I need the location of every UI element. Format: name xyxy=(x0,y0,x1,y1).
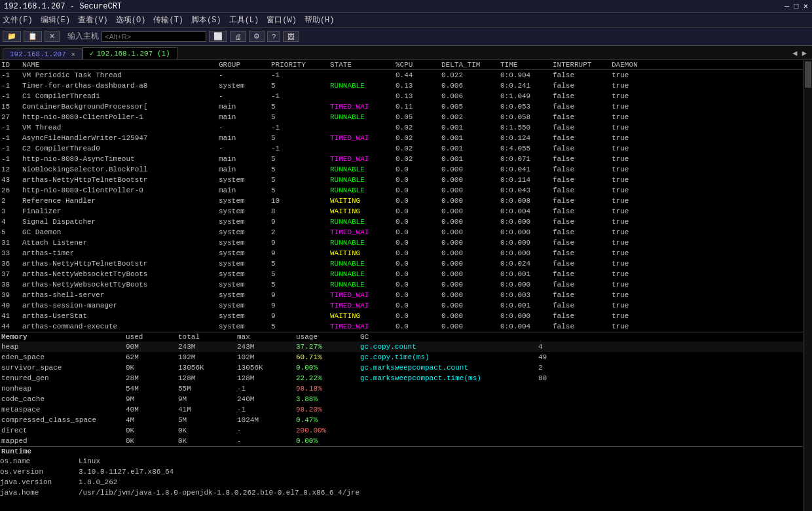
mem-usage: 22.22% xyxy=(296,373,355,383)
toolbar-btn-2[interactable]: 📋 xyxy=(24,31,42,42)
table-row: -1 AsyncFileHandlerWriter-125947 main 5 … xyxy=(0,133,803,143)
tabs-bar: 192.168.1.207 ✕ ✓ 192.168.1.207 (1) ◀ ▶ xyxy=(0,46,812,60)
thread-id: -1 xyxy=(1,122,22,133)
tab-scroll-arrows[interactable]: ◀ ▶ xyxy=(790,47,809,60)
host-input[interactable] xyxy=(101,31,206,42)
mem-used: 0K xyxy=(126,362,178,373)
thread-group: main xyxy=(219,112,271,122)
header-name: NAME xyxy=(22,61,219,69)
table-row: 12 NioBlockingSelector.BlockPoll main 5 … xyxy=(0,164,803,175)
mem-used: 28M xyxy=(126,373,178,383)
rt-val: 3.10.0-1127.el7.x86_64 xyxy=(79,467,174,477)
thread-cpu: 0.0 xyxy=(396,311,441,321)
gc-name xyxy=(355,425,538,436)
thread-name: arthas-timer xyxy=(22,248,219,258)
menu-view[interactable]: 查看(V) xyxy=(78,14,108,26)
thread-daemon: true xyxy=(612,164,651,175)
menu-scripts[interactable]: 脚本(S) xyxy=(191,14,221,26)
thread-id: 44 xyxy=(1,321,22,332)
toolbar-btn-print[interactable]: 🖨 xyxy=(230,31,246,42)
toolbar-btn-img[interactable]: 🖼 xyxy=(283,31,299,42)
thread-id: 27 xyxy=(1,112,22,122)
menu-edit[interactable]: 编辑(E) xyxy=(41,14,71,26)
tab-1-close[interactable]: ✕ xyxy=(71,50,75,58)
title-bar: 192.168.1.207 - SecureCRT — □ ✕ xyxy=(0,0,812,13)
gc-name xyxy=(355,415,538,425)
gc-val xyxy=(538,404,578,415)
table-row: 38 arthas-NettyWebsocketTtyBoots system … xyxy=(0,279,803,290)
menu-options[interactable]: 选项(O) xyxy=(116,14,146,26)
thread-state: RUNNABLE xyxy=(330,217,396,227)
thread-delta: 0.000 xyxy=(441,217,500,227)
thread-daemon: true xyxy=(612,196,651,206)
thread-state: WAITING xyxy=(330,196,396,206)
thread-id: 3 xyxy=(1,206,22,217)
thread-priority: 5 xyxy=(271,80,330,91)
tab-2[interactable]: ✓ 192.168.1.207 (1) xyxy=(83,47,177,60)
thread-group: main xyxy=(219,164,271,175)
thread-name: http-nio-8080-ClientPoller-0 xyxy=(22,185,219,196)
thread-delta: 0.001 xyxy=(441,122,500,133)
menu-tools[interactable]: 工具(L) xyxy=(229,14,259,26)
mem-total: 243M xyxy=(178,342,237,352)
mem-name: compressed_class_space xyxy=(1,415,126,425)
thread-id: 31 xyxy=(1,238,22,248)
thread-priority: 5 xyxy=(271,258,330,269)
thread-interrupt: false xyxy=(553,300,612,311)
mem-name: tenured_gen xyxy=(1,373,126,383)
menu-transfer[interactable]: 传输(T) xyxy=(153,14,183,26)
thread-interrupt: false xyxy=(553,238,612,248)
thread-time: 0:0.000 xyxy=(500,279,553,290)
thread-id: -1 xyxy=(1,143,22,154)
memory-row: nonheap 54M 55M -1 98.18% xyxy=(0,383,803,394)
thread-group: system xyxy=(219,258,271,269)
thread-delta: 0.000 xyxy=(441,300,500,311)
tab-1[interactable]: 192.168.1.207 ✕ xyxy=(3,48,83,60)
thread-daemon: true xyxy=(612,175,651,185)
main-area: ID NAME GROUP PRIORITY STATE %CPU DELTA_… xyxy=(0,60,803,511)
toolbar-btn-connect[interactable]: ⬜ xyxy=(209,31,227,42)
mem-used: 90M xyxy=(126,342,178,352)
rt-key: java.version xyxy=(0,477,79,487)
thread-time: 0:0.124 xyxy=(500,133,553,143)
thread-daemon: true xyxy=(612,238,651,248)
thread-daemon: true xyxy=(612,133,651,143)
mem-max: 1024M xyxy=(237,415,296,425)
thread-priority: 2 xyxy=(271,227,330,238)
thread-delta: 0.000 xyxy=(441,279,500,290)
mem-total: 41M xyxy=(178,404,237,415)
memory-row: compressed_class_space 4M 5M 1024M 0.47% xyxy=(0,415,803,425)
thread-time: 0:0.000 xyxy=(500,248,553,258)
mem-total: 13056K xyxy=(178,362,237,373)
thread-name: C1 CompilerThread1 xyxy=(22,91,219,101)
thread-state: TIMED_WAI xyxy=(330,133,396,143)
thread-delta: 0.005 xyxy=(441,101,500,112)
toolbar-btn-settings[interactable]: ⚙ xyxy=(249,31,265,42)
thread-priority: 10 xyxy=(271,196,330,206)
table-row: 27 http-nio-8080-ClientPoller-1 main 5 R… xyxy=(0,112,803,122)
thread-delta: 0.006 xyxy=(441,91,500,101)
menu-help[interactable]: 帮助(H) xyxy=(304,14,335,26)
table-row: -1 C1 CompilerThread1 - -1 0.13 0.006 0:… xyxy=(0,91,803,101)
thread-priority: 5 xyxy=(271,321,330,332)
table-row: 39 arthas-shell-server system 9 TIMED_WA… xyxy=(0,290,803,300)
menu-file[interactable]: 文件(F) xyxy=(3,14,33,26)
thread-state: TIMED_WAI xyxy=(330,227,396,238)
mem-usage: 60.71% xyxy=(296,352,355,362)
gc-name: gc.marksweepcompact.time(ms) xyxy=(355,373,538,383)
table-row: 41 arthas-UserStat system 9 WAITING 0.0 … xyxy=(0,311,803,321)
menu-window[interactable]: 窗口(W) xyxy=(267,14,297,26)
toolbar-btn-close[interactable]: ✕ xyxy=(45,31,60,42)
thread-group: system xyxy=(219,311,271,321)
memory-row: code_cache 9M 9M 240M 3.88% xyxy=(0,394,803,404)
scrollbar-thumb[interactable] xyxy=(805,62,811,88)
thread-interrupt: false xyxy=(553,112,612,122)
toolbar-btn-help[interactable]: ? xyxy=(267,31,280,42)
scrollbar-vertical[interactable] xyxy=(803,60,812,511)
mem-name: direct xyxy=(1,425,126,436)
mem-usage: 0.00% xyxy=(296,436,355,446)
gc-name xyxy=(355,383,538,394)
thread-cpu: 0.02 xyxy=(396,154,441,164)
thread-daemon: true xyxy=(612,185,651,196)
toolbar-btn-1[interactable]: 📁 xyxy=(3,31,21,42)
